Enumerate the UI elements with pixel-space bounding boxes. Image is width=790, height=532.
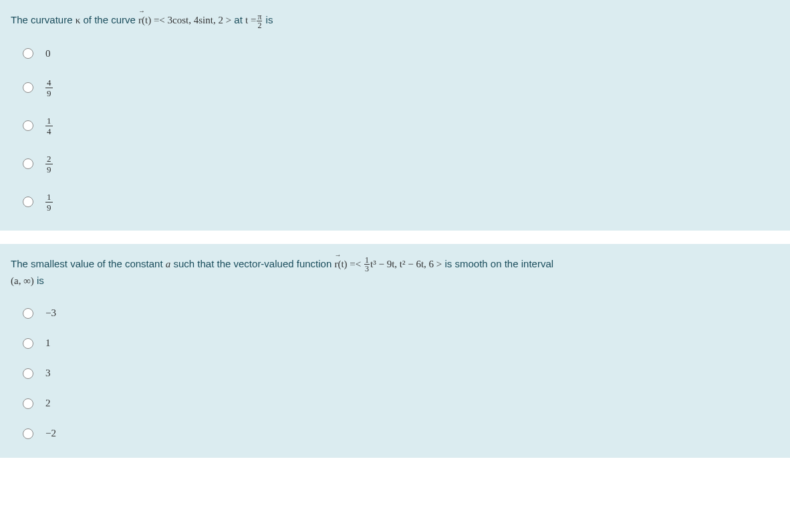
q2-prefix: The smallest value of the constant (11, 258, 166, 269)
q2-option-3[interactable]: 2 (23, 398, 779, 409)
q2-vec: r (334, 256, 338, 272)
option-label: −2 (45, 428, 56, 439)
q2-fn-p1: (t) =< (338, 259, 364, 269)
q1-option-0[interactable]: 0 (23, 48, 779, 59)
q1-frac-num: π (257, 13, 262, 21)
q1-prefix: The curvature (11, 14, 76, 25)
question-2: The smallest value of the constant a suc… (0, 244, 790, 458)
q1-option-1[interactable]: 49 (23, 78, 779, 98)
option-label: 19 (45, 192, 53, 212)
q1-mid2: at (231, 14, 245, 25)
question-1-text: The curvature κ of the curve r(t) =< 3co… (11, 12, 779, 29)
option-label: −3 (45, 307, 56, 319)
q1-option-3[interactable]: 29 (23, 154, 779, 174)
q2-fn-p2: t³ − 9t, t² − 6t, 6 > (370, 259, 442, 269)
q1-vec: r (138, 12, 142, 28)
radio-button[interactable] (23, 82, 33, 93)
question-2-text: The smallest value of the constant a suc… (11, 256, 779, 289)
q1-fn: (t) =< 3cost, 4sint, 2 > (142, 15, 231, 25)
q2-option-4[interactable]: −2 (23, 428, 779, 439)
q2-option-1[interactable]: 1 (23, 338, 779, 349)
q2-mid1: such that the vector-valued function (170, 258, 334, 269)
option-label: 29 (45, 154, 53, 174)
question-1: The curvature κ of the curve r(t) =< 3co… (0, 0, 790, 231)
q2-options: −3 1 3 2 −2 (11, 307, 779, 439)
q1-options: 0 49 14 29 19 (11, 48, 779, 212)
q2-option-0[interactable]: −3 (23, 307, 779, 319)
q1-option-4[interactable]: 19 (23, 192, 779, 212)
radio-button[interactable] (23, 158, 33, 169)
radio-button[interactable] (23, 338, 33, 349)
q1-suffix: is (263, 14, 273, 25)
q2-option-2[interactable]: 3 (23, 368, 779, 379)
option-label: 0 (45, 48, 51, 59)
radio-button[interactable] (23, 368, 33, 379)
q2-suffix: is (34, 275, 44, 286)
q2-mid2: is smooth on the interval (442, 258, 553, 269)
option-label: 1 (45, 338, 51, 349)
q1-frac-den: 2 (257, 21, 261, 29)
q1-mid1: of the curve (80, 14, 138, 25)
radio-button[interactable] (23, 120, 33, 131)
option-label: 2 (45, 398, 51, 409)
option-label: 3 (45, 368, 51, 379)
radio-button[interactable] (23, 48, 33, 59)
q1-at: t = (245, 15, 256, 25)
q1-option-2[interactable]: 14 (23, 116, 779, 136)
q2-interval: (a, ∞) (11, 275, 34, 286)
option-label: 49 (45, 78, 53, 98)
q2-frac-den: 3 (365, 265, 369, 273)
option-label: 14 (45, 116, 53, 136)
radio-button[interactable] (23, 196, 33, 207)
radio-button[interactable] (23, 308, 33, 319)
radio-button[interactable] (23, 428, 33, 439)
radio-button[interactable] (23, 398, 33, 409)
